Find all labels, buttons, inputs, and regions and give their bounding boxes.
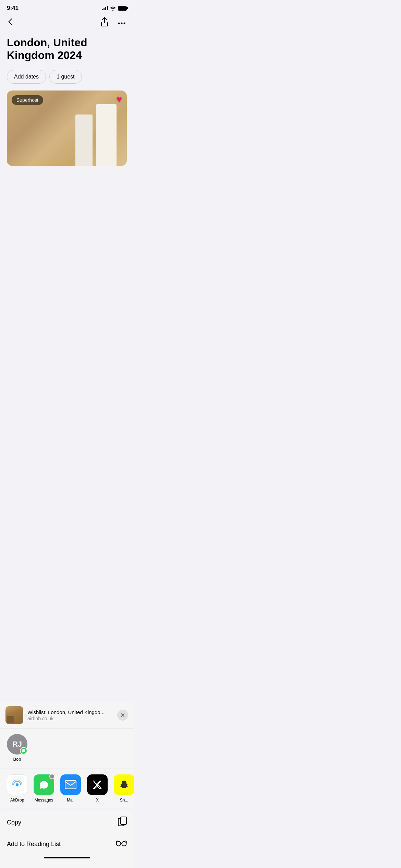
status-icons xyxy=(102,6,127,11)
room-detail-1 xyxy=(96,104,117,166)
nav-bar xyxy=(0,13,134,34)
listing-title: London, United Kingdom 2024 xyxy=(7,36,127,62)
nav-actions xyxy=(99,16,127,29)
signal-icon xyxy=(102,6,108,10)
status-bar: 9:41 xyxy=(0,0,134,13)
battery-icon xyxy=(118,6,127,11)
svg-point-0 xyxy=(118,23,120,24)
svg-point-2 xyxy=(124,23,125,24)
share-button[interactable] xyxy=(99,16,110,29)
superhost-badge: Superhost xyxy=(12,95,43,105)
more-button[interactable] xyxy=(117,18,127,27)
add-dates-button[interactable]: Add dates xyxy=(7,70,46,84)
back-button[interactable] xyxy=(7,17,13,28)
status-time: 9:41 xyxy=(7,5,19,12)
listing-image: Superhost ♥ xyxy=(7,91,127,166)
guest-button[interactable]: 1 guest xyxy=(49,70,82,84)
svg-point-1 xyxy=(121,23,123,24)
page-content: London, United Kingdom 2024 Add dates 1 … xyxy=(0,34,134,173)
room-detail-2 xyxy=(75,114,93,166)
filter-buttons: Add dates 1 guest xyxy=(7,70,127,84)
heart-button[interactable]: ♥ xyxy=(116,94,122,105)
wifi-icon xyxy=(110,6,116,11)
